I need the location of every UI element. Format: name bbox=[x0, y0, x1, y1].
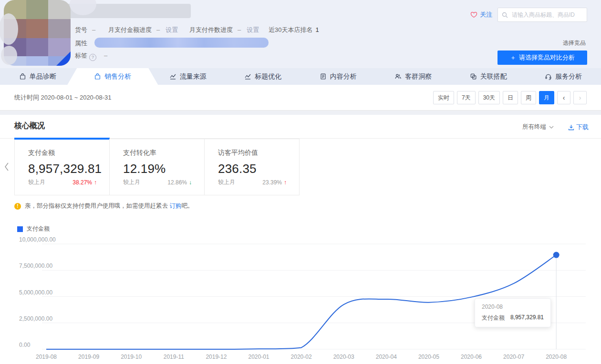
svg-text:2020-08: 2020-08 bbox=[546, 354, 567, 360]
attr-field-label: 属性 bbox=[75, 39, 87, 48]
svg-text:5,000,000.00: 5,000,000.00 bbox=[19, 289, 52, 296]
select-competitor-link[interactable]: 选择竞品 bbox=[563, 39, 586, 47]
next-period-button[interactable]: › bbox=[573, 91, 587, 104]
follow-button[interactable]: 关注 bbox=[470, 10, 492, 19]
svg-text:2019-10: 2019-10 bbox=[121, 354, 142, 360]
section-gap bbox=[0, 111, 601, 115]
search-icon bbox=[502, 12, 508, 18]
product-search-box bbox=[497, 8, 587, 22]
svg-text:2020-04: 2020-04 bbox=[376, 354, 397, 360]
analysis-tab-bar: 单品诊断 销售分析 流量来源 标题优化 内容分析 客群洞察 关联搭配 服务分析 bbox=[0, 68, 601, 85]
up-arrow-icon: ↑ bbox=[284, 179, 287, 186]
product-header: 货号– 月支付金额进度–设置 月支付件数进度–设置 近30天本店排名1 属性 标… bbox=[0, 0, 601, 68]
tab-service-analysis[interactable]: 服务分析 bbox=[526, 68, 601, 85]
svg-text:2019-11: 2019-11 bbox=[164, 354, 184, 360]
prev-period-button[interactable]: ‹ bbox=[557, 91, 570, 104]
range-week-button[interactable]: 周 bbox=[521, 91, 536, 104]
pay-amount-progress-field: 月支付金额进度–设置 bbox=[108, 26, 178, 34]
svg-text:7,500,000.00: 7,500,000.00 bbox=[19, 263, 52, 269]
range-month-button[interactable]: 月 bbox=[539, 91, 554, 104]
metric-value: 8,957,329.81 bbox=[28, 162, 96, 176]
chart-tooltip: 2020-08 支付金额 8,957,329.81 bbox=[475, 298, 551, 327]
tab-sales-analysis[interactable]: 销售分析 bbox=[75, 68, 151, 85]
set-pay-amount-goal-link[interactable]: 设置 bbox=[166, 26, 178, 33]
metric-value: 12.19% bbox=[123, 162, 191, 176]
compare-competitor-button[interactable]: ＋ 请选择竞品对比分析 bbox=[497, 51, 587, 65]
svg-text:10,000,000.00: 10,000,000.00 bbox=[19, 236, 56, 243]
date-range-switcher: 实时 7天 30天 日 周 月 ‹ › bbox=[433, 91, 587, 104]
down-arrow-icon: ↓ bbox=[189, 179, 192, 186]
set-pay-count-goal-link[interactable]: 设置 bbox=[247, 26, 259, 33]
download-icon bbox=[568, 124, 574, 131]
metric-card-pay-amount[interactable]: 支付金额 8,957,329.81 较上月 38.27%↑ bbox=[14, 139, 110, 195]
svg-text:2020-03: 2020-03 bbox=[333, 354, 354, 360]
attr-value-redacted bbox=[94, 38, 269, 48]
svg-text:2,500,000.00: 2,500,000.00 bbox=[19, 315, 52, 322]
tag-field: 标签?– bbox=[75, 51, 107, 61]
svg-text:0.00: 0.00 bbox=[19, 342, 31, 348]
blur-blob bbox=[1, 46, 17, 65]
range-realtime-button[interactable]: 实时 bbox=[433, 91, 454, 104]
collocation-icon bbox=[470, 73, 477, 80]
tab-traffic-source[interactable]: 流量来源 bbox=[150, 68, 226, 85]
stat-time-text: 统计时间 2020-08-01 ~ 2020-08-31 bbox=[14, 85, 111, 111]
terminal-filter-dropdown[interactable]: 所有终端 bbox=[522, 123, 554, 131]
range-day-button[interactable]: 日 bbox=[503, 91, 518, 104]
upgrade-notice: ! 亲，部分指标仅支持付费用户使用哦，如需使用赶紧去 订购吧。 bbox=[14, 202, 193, 210]
cards-prev-chevron[interactable] bbox=[4, 162, 10, 172]
warning-icon: ! bbox=[14, 203, 21, 210]
chevron-left-icon bbox=[4, 162, 10, 172]
download-button[interactable]: 下载 bbox=[568, 123, 589, 131]
metric-card-conversion-rate[interactable]: 支付转化率 12.19% 较上月 12.86%↓ bbox=[109, 139, 205, 195]
svg-text:2020-01: 2020-01 bbox=[248, 354, 269, 360]
sku-field: 货号– bbox=[75, 26, 95, 34]
metric-cards: 支付金额 8,957,329.81 较上月 38.27%↑ 支付转化率 12.1… bbox=[14, 139, 300, 195]
follow-label: 关注 bbox=[480, 10, 492, 19]
pay-count-progress-field: 月支付件数进度–设置 bbox=[189, 26, 259, 34]
people-icon bbox=[394, 73, 402, 80]
svg-text:2020-02: 2020-02 bbox=[291, 354, 312, 360]
svg-text:2019-09: 2019-09 bbox=[78, 354, 99, 360]
svg-text:2020-07: 2020-07 bbox=[503, 354, 524, 360]
help-icon[interactable]: ? bbox=[89, 54, 96, 61]
svg-text:2020-06: 2020-06 bbox=[461, 354, 482, 360]
up-arrow-icon: ↑ bbox=[94, 179, 97, 186]
tab-title-optimize[interactable]: 标题优化 bbox=[226, 68, 301, 85]
tab-content-analysis[interactable]: 内容分析 bbox=[300, 68, 376, 85]
bag-icon bbox=[94, 73, 101, 80]
svg-text:2020-05: 2020-05 bbox=[418, 354, 439, 360]
heart-icon bbox=[470, 11, 477, 18]
tab-customer-insight[interactable]: 客群洞察 bbox=[376, 68, 451, 85]
order-link[interactable]: 订购 bbox=[169, 202, 181, 209]
trend-chart-icon bbox=[169, 73, 176, 80]
tab-collocation[interactable]: 关联搭配 bbox=[451, 68, 526, 85]
document-icon bbox=[320, 73, 327, 80]
headset-icon bbox=[545, 73, 552, 80]
range-7d-button[interactable]: 7天 bbox=[457, 91, 476, 104]
tab-item-diagnosis[interactable]: 单品诊断 bbox=[0, 68, 75, 85]
metric-value: 236.35 bbox=[218, 162, 286, 176]
metric-card-visitor-value[interactable]: 访客平均价值 236.35 较上月 23.39%↑ bbox=[204, 139, 300, 195]
shop-rank-field: 近30天本店排名1 bbox=[269, 26, 319, 34]
chevron-down-icon bbox=[549, 126, 554, 129]
svg-text:2019-08: 2019-08 bbox=[36, 354, 57, 360]
stat-time-bar: 统计时间 2020-08-01 ~ 2020-08-31 实时 7天 30天 日… bbox=[0, 85, 601, 111]
trend-chart-icon bbox=[244, 73, 251, 80]
section-title: 核心概况 bbox=[14, 121, 45, 131]
range-30d-button[interactable]: 30天 bbox=[478, 91, 500, 104]
svg-text:2019-12: 2019-12 bbox=[206, 354, 227, 360]
image-corner-badge bbox=[56, 51, 71, 66]
legend-swatch bbox=[17, 226, 23, 232]
chart-legend[interactable]: 支付金额 bbox=[17, 225, 50, 233]
search-input[interactable] bbox=[511, 11, 583, 19]
bag-icon bbox=[19, 73, 26, 80]
plus-icon: ＋ bbox=[510, 53, 516, 62]
